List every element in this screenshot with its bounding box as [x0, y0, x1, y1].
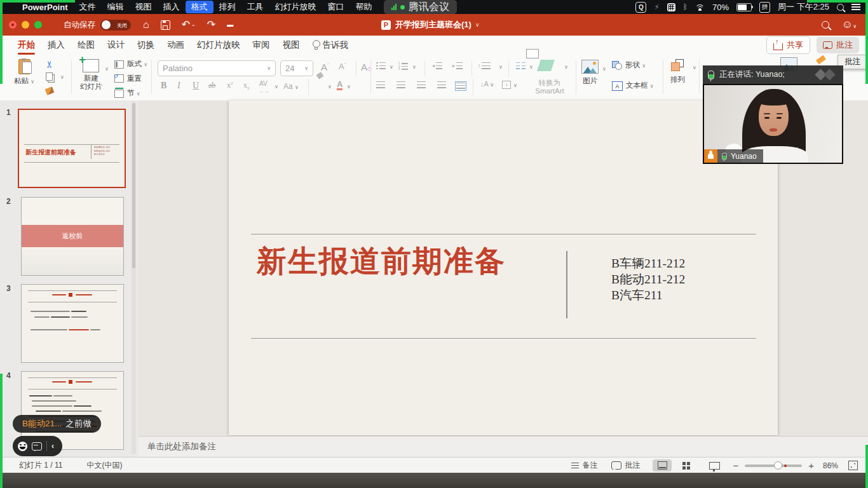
zoom-window-button[interactable] — [34, 21, 42, 29]
menu-format[interactable]: 格式 — [186, 1, 214, 13]
collapse-pill-button[interactable]: ‹ — [51, 442, 54, 451]
zoom-out-button[interactable]: − — [733, 460, 738, 471]
character-spacing-chevron-icon[interactable]: ∨ — [275, 84, 278, 90]
meeting-chat-bubble[interactable]: B能动21... 之前做 — [13, 415, 101, 433]
grow-font-button[interactable]: Aˆ — [321, 62, 329, 72]
slide-sorter-button[interactable] — [677, 459, 696, 471]
font-family-combo[interactable]: Palatino∨ — [158, 60, 276, 76]
columns-button[interactable] — [516, 62, 526, 69]
chat-panel-button[interactable] — [32, 442, 42, 451]
font-size-combo[interactable]: 24∨ — [280, 60, 313, 76]
align-left-button[interactable] — [376, 81, 385, 88]
notes-toggle-button[interactable]: 备注 — [571, 460, 597, 471]
columns-chevron-icon[interactable]: ∨ — [529, 64, 533, 70]
grid-app-icon[interactable] — [667, 3, 675, 11]
zoom-percent[interactable]: 86% — [823, 461, 838, 470]
shrink-font-button[interactable]: Aˇ — [339, 62, 346, 71]
subscript-button[interactable]: x2 — [243, 81, 250, 91]
italic-button[interactable]: I — [177, 81, 180, 91]
copy-chevron-icon[interactable]: ∨ — [60, 74, 64, 80]
font-color-button[interactable]: A — [337, 80, 342, 90]
tab-animations[interactable]: 动画 — [161, 37, 191, 53]
slide-class-list[interactable]: B车辆211-212 B能动211-212 B汽车211 — [611, 255, 685, 303]
spotlight-icon[interactable] — [837, 4, 844, 11]
arrange-chevron-icon[interactable]: ∨ — [693, 65, 696, 71]
battery-icon[interactable] — [736, 3, 752, 11]
language-indicator[interactable]: 中文(中国) — [86, 460, 122, 471]
normal-view-button[interactable] — [653, 459, 672, 471]
menu-edit[interactable]: 编辑 — [102, 1, 130, 13]
redo-button[interactable]: ↷ — [207, 20, 215, 30]
change-case-button[interactable]: Aa ∨ — [283, 82, 299, 91]
align-center-button[interactable] — [397, 81, 405, 88]
notes-pane[interactable]: 单击此处添加备注 — [139, 436, 868, 457]
menu-tools[interactable]: 工具 — [241, 1, 269, 13]
tab-review[interactable]: 审阅 — [247, 37, 276, 53]
text-direction-button[interactable]: ↓A ∨ — [480, 80, 494, 88]
picture-chevron-icon[interactable]: ∨ — [602, 66, 606, 72]
numbering-chevron-icon[interactable]: ∨ — [412, 64, 416, 70]
menu-insert[interactable]: 插入 — [158, 1, 186, 13]
font-color-chevron-icon[interactable]: ∨ — [347, 84, 351, 90]
slide-canvas[interactable]: 新生报道前期准备 B车辆211-212 B能动211-212 B汽车211 — [229, 100, 778, 435]
menu-clock[interactable]: 周一 下午2:25 — [778, 1, 829, 13]
textbox-button[interactable]: A 文本框 ∨ — [612, 81, 654, 91]
fit-slide-button[interactable] — [848, 461, 858, 470]
wifi-icon[interactable] — [695, 4, 705, 11]
toolbar-customize-button[interactable]: ▬ — [227, 22, 233, 28]
paste-button[interactable]: 粘贴 ∨ — [14, 59, 34, 86]
justify-button[interactable] — [437, 81, 446, 88]
thumbnail-scrollbar[interactable] — [132, 102, 136, 454]
thumbnail-slide-1[interactable]: 新生报道前期准备 B车辆211-212B能动211-212B汽车211 — [18, 109, 126, 188]
highlight-chevron-icon[interactable]: ∨ — [328, 84, 332, 90]
document-title-group[interactable]: P 开学报到主题班会(1) ∨ — [381, 14, 479, 36]
minimize-window-button[interactable] — [22, 21, 29, 29]
cut-button[interactable]: ✂ — [44, 60, 55, 69]
numbering-button[interactable]: 1 2 3 — [398, 62, 408, 71]
close-window-button[interactable] — [9, 21, 17, 29]
strikethrough-button[interactable]: ab — [208, 81, 215, 90]
underline-button[interactable]: U — [193, 81, 199, 91]
arrange-button[interactable]: 排列 — [670, 59, 685, 84]
tab-home[interactable]: 开始 — [11, 37, 41, 53]
input-method-icon[interactable]: 拼 — [759, 2, 770, 13]
character-spacing-button[interactable]: AV←→ — [259, 80, 268, 94]
tab-view[interactable]: 视图 — [276, 37, 306, 53]
distribute-text-button[interactable] — [455, 81, 466, 91]
tab-slideshow[interactable]: 幻灯片放映 — [191, 37, 247, 53]
thumbnail-slide-3[interactable] — [21, 284, 124, 363]
align-text-chevron-icon[interactable]: ∨ — [513, 83, 517, 88]
menu-help[interactable]: 帮助 — [350, 1, 378, 13]
menu-view[interactable]: 视图 — [130, 1, 158, 13]
undo-button[interactable]: ↶⌄ — [182, 20, 196, 30]
section-button[interactable]: 节 ∨ — [114, 89, 140, 98]
share-button[interactable]: 共享 — [766, 36, 810, 54]
line-spacing-chevron-icon[interactable]: ∨ — [499, 64, 503, 70]
bluetooth-icon[interactable]: ᛒ — [683, 3, 688, 11]
align-text-vertical-button[interactable]: ↕ — [502, 81, 511, 89]
comments-toggle-button[interactable]: 批注 — [611, 460, 640, 471]
thumbnail-slide-2[interactable]: 返校前 — [21, 197, 124, 276]
comments-button[interactable]: 批注 — [817, 37, 859, 53]
zoom-in-button[interactable]: + — [808, 460, 814, 471]
layout-button[interactable]: 版式 ∨ — [114, 60, 147, 69]
tab-tell-me[interactable]: 告诉我 — [306, 37, 355, 53]
slideshow-button[interactable] — [705, 459, 724, 471]
tab-design[interactable]: 设计 — [101, 37, 131, 53]
emoji-reaction-button[interactable] — [18, 442, 27, 451]
save-button[interactable] — [161, 20, 170, 30]
bullets-chevron-icon[interactable]: ∨ — [390, 64, 393, 70]
reset-button[interactable]: ↺ 重置 — [114, 74, 142, 83]
bold-button[interactable]: B — [161, 81, 166, 91]
menu-slideshow[interactable]: 幻灯片放映 — [269, 1, 322, 13]
new-slide-button[interactable]: 新建幻灯片 — [80, 59, 102, 90]
menu-file[interactable]: 文件 — [74, 1, 102, 13]
search-icon[interactable] — [822, 21, 829, 29]
feedback-smiley-icon[interactable]: ☺∨ — [842, 18, 857, 31]
format-painter-button[interactable] — [45, 86, 55, 95]
home-button[interactable]: ⌂ — [143, 20, 149, 30]
menu-arrange[interactable]: 排列 — [214, 1, 241, 13]
zoom-slider[interactable] — [745, 464, 802, 467]
tab-draw[interactable]: 绘图 — [71, 37, 101, 53]
smartart-chevron-icon[interactable]: ∨ — [564, 64, 568, 70]
